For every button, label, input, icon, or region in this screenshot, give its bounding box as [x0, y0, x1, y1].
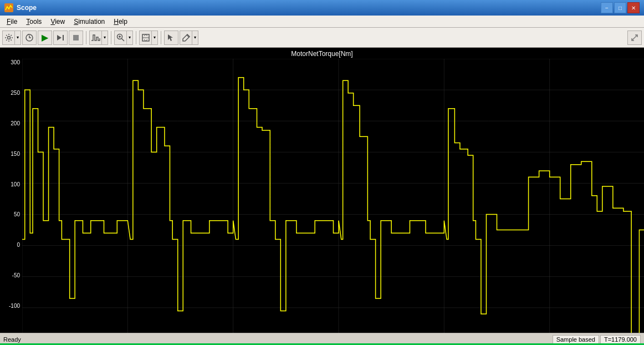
maximize-button[interactable]: □: [614, 2, 626, 13]
y-label-150: 150: [1, 151, 20, 157]
y-label-50: 50: [1, 212, 20, 217]
chart-and-xaxis: 0 200 400 600 800 1000: [22, 59, 644, 345]
svg-point-7: [11, 39, 12, 40]
zoom-dropdown[interactable]: ▾: [114, 31, 133, 45]
play-button[interactable]: ▶: [38, 31, 52, 45]
y-label-100: 100: [1, 182, 20, 187]
y-label-250: 250: [1, 90, 20, 96]
zoom-dropdown-arrow[interactable]: ▾: [126, 31, 133, 45]
menu-help[interactable]: Help: [109, 17, 132, 27]
stop-button[interactable]: [69, 31, 83, 45]
title-bar-buttons: − □ ✕: [601, 2, 640, 13]
svg-point-3: [8, 40, 9, 42]
minimize-button[interactable]: −: [601, 2, 613, 13]
svg-marker-11: [57, 35, 62, 40]
signal-dropdown-arrow[interactable]: ▾: [101, 31, 108, 45]
pencil-icon: [182, 33, 191, 42]
y-label-300: 300: [1, 60, 20, 65]
cursor-button[interactable]: [164, 31, 178, 45]
sep4: [161, 31, 161, 44]
svg-point-5: [12, 37, 13, 38]
settings-dropdown[interactable]: ▾: [2, 31, 21, 45]
sample-based-box: Sample based: [553, 335, 599, 344]
signal-icon: [91, 33, 101, 43]
svg-marker-21: [183, 34, 190, 41]
svg-point-9: [6, 39, 7, 40]
menu-tools[interactable]: Tools: [22, 17, 46, 27]
step-button[interactable]: [53, 31, 68, 45]
close-button[interactable]: ✕: [627, 2, 640, 13]
zoom-button[interactable]: [114, 31, 126, 45]
svg-rect-12: [63, 35, 64, 40]
signal-dropdown[interactable]: ▾: [89, 31, 108, 45]
y-label-200: 200: [1, 121, 20, 126]
menu-view[interactable]: View: [46, 17, 69, 27]
svg-line-15: [121, 38, 124, 41]
svg-point-4: [5, 37, 6, 38]
menu-file[interactable]: File: [2, 17, 22, 27]
expand-icon: [631, 34, 638, 42]
zoom-icon: [116, 33, 125, 42]
plot-wrapper: MotorNetTorque[Nm] 300 250 200 150 100 5…: [0, 48, 644, 333]
signal-button[interactable]: [89, 31, 101, 45]
y-axis: 300 250 200 150 100 50 0 -50 -100 -150 -…: [0, 59, 22, 345]
t-value-box: T=1179.000: [600, 335, 641, 344]
scope-chart-canvas[interactable]: [22, 59, 644, 345]
fit-dropdown[interactable]: ▾: [139, 31, 158, 45]
sep3: [136, 31, 136, 44]
y-label-neg50: -50: [1, 273, 20, 278]
svg-rect-13: [73, 35, 79, 40]
expand-button[interactable]: [627, 31, 642, 45]
status-bar: Ready Sample based T=1179.000: [0, 333, 644, 345]
fit-button[interactable]: [139, 31, 151, 45]
settings-dropdown-arrow[interactable]: ▾: [14, 31, 21, 45]
chart-canvas-wrapper[interactable]: [22, 59, 644, 345]
fit-dropdown-arrow[interactable]: ▾: [151, 31, 158, 45]
settings-button[interactable]: [2, 31, 14, 45]
sep2: [111, 31, 111, 44]
pencil-dropdown-arrow[interactable]: ▾: [192, 31, 198, 45]
title-bar: Scope − □ ✕: [0, 0, 644, 16]
menu-simulation[interactable]: Simulation: [69, 17, 109, 27]
step-icon: [56, 33, 65, 42]
y-label-neg100: -100: [1, 303, 20, 309]
svg-point-1: [7, 36, 10, 39]
gear-icon: [4, 33, 13, 42]
toolbar: ▾ ▶ ▾: [0, 28, 644, 48]
status-right: Sample based T=1179.000: [553, 335, 641, 344]
svg-marker-20: [168, 34, 173, 41]
fit-icon: [141, 33, 150, 42]
svg-point-6: [6, 34, 7, 35]
restore-icon: [25, 33, 34, 42]
plot-container: MotorNetTorque[Nm] 300 250 200 150 100 5…: [0, 48, 644, 345]
plot-title: MotorNetTorque[Nm]: [0, 48, 644, 59]
pencil-dropdown[interactable]: ▾: [180, 31, 198, 45]
y-label-0: 0: [1, 242, 20, 248]
status-ready: Ready: [3, 336, 21, 343]
menu-bar: File Tools View Simulation Help: [0, 16, 644, 28]
sep1: [86, 31, 86, 44]
svg-point-2: [8, 34, 9, 35]
plot-area: 300 250 200 150 100 50 0 -50 -100 -150 -…: [0, 59, 644, 345]
svg-point-8: [11, 34, 12, 35]
cursor-icon: [167, 33, 176, 42]
app-icon: [4, 3, 13, 12]
restore-button[interactable]: [22, 31, 37, 45]
stop-icon: [71, 33, 80, 42]
title-bar-text: Scope: [17, 4, 37, 12]
pencil-button[interactable]: [180, 31, 192, 45]
